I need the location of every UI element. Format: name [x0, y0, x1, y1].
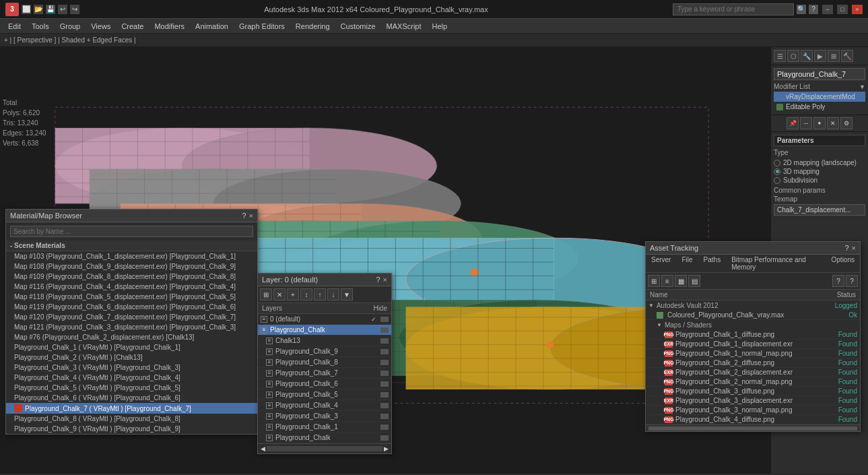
asset-item[interactable]: PNG Playground_Chalk_4_diffuse.png Found — [646, 415, 860, 424]
asset-item[interactable]: Coloured_Playground_Chalk_vray.max Ok — [646, 311, 860, 320]
search-input[interactable] — [673, 3, 794, 15]
radio-2d-mapping[interactable]: 2D mapping (landscape) — [774, 159, 865, 166]
asset-item[interactable]: PNG Playground_Chalk_3_normal_map.png Fo… — [646, 406, 860, 415]
menu-edit[interactable]: Edit — [3, 21, 26, 32]
make-unique-button[interactable]: ✦ — [813, 117, 826, 129]
asset-group-maps[interactable]: ▼ Maps / Shaders — [646, 320, 860, 330]
redo-icon[interactable]: ↪ — [70, 5, 79, 14]
search-icon[interactable]: 🔍 — [797, 5, 806, 14]
help-icon[interactable]: ? — [809, 5, 818, 14]
asset-tool-3[interactable]: ▦ — [675, 275, 687, 287]
asset-tool-1[interactable]: ⊞ — [648, 275, 660, 287]
texmap-value[interactable]: Chalk_7_displacement... — [774, 204, 865, 216]
object-name-input[interactable] — [774, 68, 865, 80]
material-search-input[interactable] — [10, 226, 253, 237]
list-item[interactable]: ≡ Playground_Chalk_6 — [258, 379, 391, 389]
list-item[interactable]: ≡ Playground_Chalk — [258, 433, 391, 443]
layer-scrollbar[interactable] — [267, 446, 382, 451]
save-icon[interactable]: 💾 — [46, 5, 55, 14]
layer-hide-toggle[interactable] — [380, 349, 389, 354]
pin-stack-button[interactable]: 📌 — [787, 117, 799, 129]
layer-hide-toggle[interactable] — [380, 414, 389, 419]
close-asset-button[interactable]: × — [852, 244, 856, 252]
modifier-vray-displacement[interactable]: vRayDisplacementMod — [774, 92, 865, 102]
asset-tool-4[interactable]: ▤ — [688, 275, 700, 287]
scroll-right[interactable]: ▶ — [384, 445, 389, 452]
asset-help-2[interactable]: ? — [846, 275, 858, 287]
close-layer-button[interactable]: × — [383, 276, 387, 284]
layer-hide-toggle[interactable] — [380, 371, 389, 376]
new-icon[interactable]: ⬜ — [22, 5, 31, 14]
list-item[interactable]: ≡ Playground_Chalk_5 — [258, 389, 391, 400]
modifier-editable-poly[interactable]: Editable Poly — [774, 102, 865, 112]
asset-item[interactable]: PNG Playground_Chalk_3_diffuse.png Found — [646, 387, 860, 396]
list-item[interactable]: ≡ Playground_Chalk_9 — [258, 346, 391, 357]
layer-up-button[interactable]: ↑ — [314, 288, 326, 300]
open-icon[interactable]: 📂 — [34, 5, 43, 14]
list-item[interactable]: Playground_Chalk_9 ( VRayMtl ) [Playgrou… — [6, 424, 257, 434]
layer-hide-toggle[interactable] — [380, 338, 389, 344]
asset-scrollbar[interactable] — [648, 426, 857, 431]
scroll-left[interactable]: ◀ — [261, 445, 265, 452]
asset-item[interactable]: EXR Playground_Chalk_2_displacement.exr … — [646, 368, 860, 377]
list-item[interactable]: ≡ Playground_Chalk_3 — [258, 411, 391, 422]
list-item[interactable]: Playground_Chalk_5 ( VRayMtl ) [Playgrou… — [6, 383, 257, 393]
list-item[interactable]: Map #103 (Playground_Chalk_1_displacemen… — [6, 251, 257, 261]
minimize-asset-button[interactable]: ? — [844, 244, 848, 252]
asset-menu-server[interactable]: Server — [646, 255, 676, 272]
maximize-button[interactable]: □ — [837, 5, 848, 14]
scene-icon[interactable]: ☰ — [774, 50, 786, 62]
layer-add-button[interactable]: + — [287, 288, 299, 300]
list-item[interactable]: ≡ Playground_Chalk_8 — [258, 357, 391, 368]
minimize-button[interactable]: − — [822, 5, 833, 14]
menu-tools[interactable]: Tools — [26, 21, 55, 32]
asset-group-vault[interactable]: ▼ Autodesk Vault 2012 Logged — [646, 300, 860, 311]
menu-maxscript[interactable]: MAXScript — [381, 21, 427, 32]
layer-hide-toggle[interactable] — [380, 327, 389, 333]
asset-menu-paths[interactable]: Paths — [698, 255, 727, 272]
list-item[interactable]: Map #121 (Playground_Chalk_3_displacemen… — [6, 322, 257, 332]
close-button[interactable]: × — [852, 5, 863, 14]
minimize-layer-button[interactable]: ? — [376, 276, 380, 284]
asset-item[interactable]: PNG Playground_Chalk_1_normal_map.png Fo… — [646, 349, 860, 358]
utilities-icon[interactable]: 🔨 — [841, 50, 853, 62]
menu-create[interactable]: Create — [116, 21, 149, 32]
layer-hide-toggle[interactable] — [380, 381, 389, 387]
radio-subdivision[interactable]: Subdivision — [774, 177, 865, 184]
list-item[interactable]: ≡ Playground_Chalk — [258, 325, 391, 336]
menu-views[interactable]: Views — [86, 21, 116, 32]
layer-delete-button[interactable]: ✕ — [273, 288, 286, 300]
list-item[interactable]: Playground_Chalk_2 ( VRayMtl ) [Chalk13] — [6, 352, 257, 362]
layer-hide-toggle[interactable] — [380, 392, 389, 398]
list-item[interactable]: Playground_Chalk_8 ( VRayMtl ) [Playgrou… — [6, 414, 257, 424]
list-item[interactable]: ≡ Playground_Chalk_1 — [258, 422, 391, 433]
minimize-mat-button[interactable]: ? — [242, 212, 246, 220]
asset-tool-2[interactable]: ≡ — [661, 275, 673, 287]
asset-menu-bitmap[interactable]: Bitmap Performance and Memory — [726, 255, 826, 272]
asset-item[interactable]: PNG Playground_Chalk_2_normal_map.png Fo… — [646, 377, 860, 387]
menu-rendering[interactable]: Rendering — [290, 21, 335, 32]
layer-hide-toggle[interactable] — [380, 424, 389, 430]
layer-hide-toggle[interactable] — [380, 360, 389, 365]
menu-animation[interactable]: Animation — [190, 21, 234, 32]
remove-button[interactable]: ✕ — [827, 117, 839, 129]
asset-menu-options[interactable]: Options — [826, 255, 860, 272]
menu-customize[interactable]: Customize — [335, 21, 381, 32]
layer-move-button[interactable]: ↕ — [300, 288, 312, 300]
list-item[interactable]: Playground_Chalk_4 ( VRayMtl ) [Playgrou… — [6, 373, 257, 383]
asset-help-1[interactable]: ? — [832, 275, 844, 287]
close-mat-button[interactable]: × — [249, 212, 253, 220]
list-item[interactable]: ≡ Chalk13 — [258, 336, 391, 346]
layer-select-button[interactable]: ⊞ — [260, 288, 272, 300]
asset-item[interactable]: PNG Playground_Chalk_2_diffuse.png Found — [646, 358, 860, 368]
menu-modifiers[interactable]: Modifiers — [149, 21, 190, 32]
undo-icon[interactable]: ↩ — [58, 5, 67, 14]
list-item[interactable]: Map #109 (Playground_Chalk_8_displacemen… — [6, 272, 257, 282]
list-item[interactable]: Map #120 (Playground_Chalk_7_displacemen… — [6, 312, 257, 322]
menu-graph-editors[interactable]: Graph Editors — [234, 21, 290, 32]
list-item[interactable]: ≡ Playground_Chalk_7 — [258, 368, 391, 379]
list-item[interactable]: Map #118 (Playground_Chalk_5_displacemen… — [6, 292, 257, 302]
show-result-button[interactable]: ↔ — [800, 117, 812, 129]
list-item[interactable]: Map #116 (Playground_Chalk_4_displacemen… — [6, 282, 257, 292]
list-item[interactable]: Playground_Chalk_6 ( VRayMtl ) [Playgrou… — [6, 393, 257, 403]
